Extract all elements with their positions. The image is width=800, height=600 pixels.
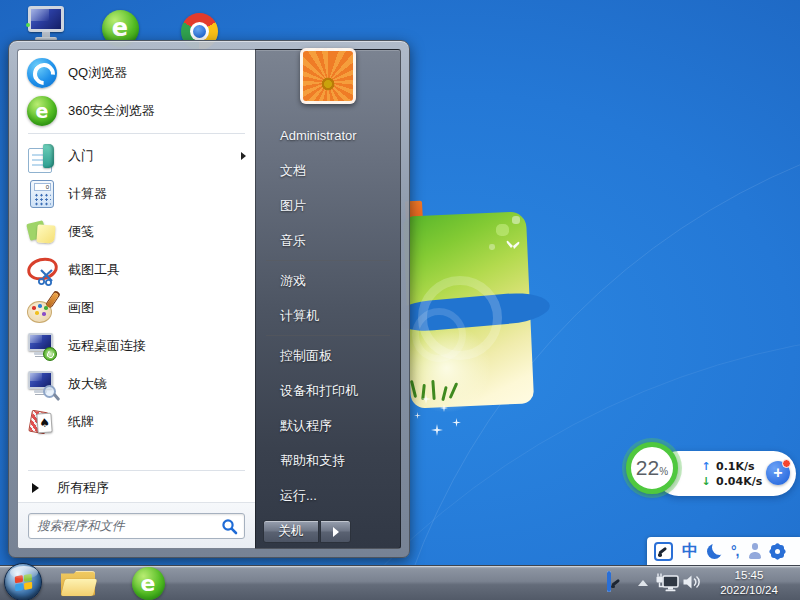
wallpaper-sparkle <box>452 418 461 427</box>
wallpaper-bokeh-dot <box>489 244 495 250</box>
show-hidden-icons-button[interactable] <box>638 580 648 586</box>
arrow-right-icon <box>333 527 339 537</box>
submenu-arrow-icon <box>241 152 246 160</box>
calculator-icon: 0 <box>26 178 58 210</box>
percent-sign: % <box>659 466 668 477</box>
start-menu-item-user[interactable]: Administrator <box>256 118 400 153</box>
ime-halfwidth-moon-icon[interactable] <box>707 544 722 559</box>
separator <box>28 133 245 134</box>
search-icon[interactable] <box>221 518 238 535</box>
qq-browser-icon <box>26 57 58 89</box>
paint-icon <box>26 292 58 324</box>
start-menu-item-documents[interactable]: 文档 <box>256 153 400 188</box>
start-menu-item-paint[interactable]: 画图 <box>18 289 255 327</box>
shutdown-options-arrow-button[interactable] <box>320 520 351 543</box>
taskbar-360-browser-button[interactable]: e <box>126 566 170 600</box>
volume-tray-icon[interactable] <box>682 573 702 591</box>
tray-ime-icon[interactable] <box>607 573 611 591</box>
shutdown-label: 关机 <box>279 523 304 540</box>
ime-logo-icon[interactable] <box>654 542 673 561</box>
ime-punctuation-button[interactable]: °, <box>731 544 739 558</box>
start-menu-item-control-panel[interactable]: 控制面板 <box>256 338 400 373</box>
360-browser-icon: e <box>132 567 165 600</box>
start-menu-item-sticky-notes[interactable]: 便笺 <box>18 213 255 251</box>
ime-language-bar: 中 °, <box>647 537 800 565</box>
upload-arrow-icon: ↑ <box>700 460 712 473</box>
user-name: Administrator <box>280 128 357 143</box>
notification-dot <box>782 459 791 468</box>
search-box <box>28 513 245 539</box>
start-menu-item-pictures[interactable]: 图片 <box>256 188 400 223</box>
start-menu-item-snipping-tool[interactable]: 截图工具 <box>18 251 255 289</box>
start-menu: QQ浏览器 e 360安全浏览器 入门 0 <box>8 40 410 558</box>
menu-item-label: 远程桌面连接 <box>68 337 146 355</box>
computer-icon <box>26 5 66 43</box>
wallpaper-bokeh-ring <box>412 308 466 362</box>
360-browser-icon: e <box>26 95 58 127</box>
taskbar-explorer-button[interactable] <box>56 566 100 600</box>
wallpaper-bokeh-dot <box>496 224 509 236</box>
menu-item-label: 音乐 <box>280 232 306 250</box>
start-menu-item-calculator[interactable]: 0 计算器 <box>18 175 255 213</box>
network-tray-icon[interactable] <box>655 572 680 594</box>
getting-started-icon <box>26 140 58 172</box>
menu-item-label: QQ浏览器 <box>68 64 127 82</box>
windows-logo-icon <box>14 573 32 591</box>
start-button[interactable] <box>4 563 42 600</box>
start-menu-item-solitaire[interactable]: ♠ 纸牌 <box>18 403 255 441</box>
net-speed-widget: ↑ 0.1K/s ↓ 0.04K/s 22 % + <box>626 442 796 504</box>
ime-chinese-mode-button[interactable]: 中 <box>682 543 698 559</box>
tray-time: 15:45 <box>703 568 795 583</box>
start-menu-item-default-programs[interactable]: 默认程序 <box>256 408 400 443</box>
expand-arrow-icon <box>32 483 39 493</box>
start-menu-item-games[interactable]: 游戏 <box>256 263 400 298</box>
memory-percent-value: 22 <box>636 455 659 481</box>
desktop[interactable]: e ↑ 0.1K/s ↓ 0.04K/s 22 % + <box>0 0 800 600</box>
separator <box>266 335 390 336</box>
separator <box>266 260 390 261</box>
search-area <box>18 502 255 548</box>
menu-item-label: 入门 <box>68 147 94 165</box>
start-menu-item-qq-browser[interactable]: QQ浏览器 <box>18 54 255 92</box>
menu-item-label: 画图 <box>68 299 94 317</box>
start-menu-item-help-support[interactable]: 帮助和支持 <box>256 443 400 478</box>
menu-item-label: 截图工具 <box>68 261 120 279</box>
taskbar: e 15:45 2022/10/24 <box>0 565 800 600</box>
start-menu-item-devices-printers[interactable]: 设备和打印机 <box>256 373 400 408</box>
menu-item-label: 图片 <box>280 197 306 215</box>
start-menu-left-panel: QQ浏览器 e 360安全浏览器 入门 0 <box>17 49 255 549</box>
remote-desktop-icon <box>26 330 58 362</box>
start-menu-item-music[interactable]: 音乐 <box>256 223 400 258</box>
menu-item-label: 便笺 <box>68 223 94 241</box>
snipping-tool-icon <box>26 254 58 286</box>
boost-button[interactable]: + <box>766 461 790 485</box>
start-menu-item-computer[interactable]: 计算机 <box>256 298 400 333</box>
solitaire-icon: ♠ <box>26 406 58 438</box>
search-input[interactable] <box>29 514 244 538</box>
start-menu-item-run[interactable]: 运行... <box>256 478 400 513</box>
menu-item-label: 文档 <box>280 162 306 180</box>
shutdown-button[interactable]: 关机 <box>263 520 319 543</box>
tray-clock[interactable]: 15:45 2022/10/24 <box>703 568 795 598</box>
ime-profile-icon[interactable] <box>748 543 762 559</box>
menu-item-label: 默认程序 <box>280 417 332 435</box>
user-avatar[interactable] <box>300 48 356 104</box>
memory-percent-ball[interactable]: 22 % <box>626 442 678 494</box>
separator <box>28 470 245 471</box>
start-menu-item-360-browser[interactable]: e 360安全浏览器 <box>18 92 255 130</box>
menu-item-label: 360安全浏览器 <box>68 102 155 120</box>
butterfly-icon <box>506 240 520 252</box>
start-menu-item-remote-desktop[interactable]: 远程桌面连接 <box>18 327 255 365</box>
ime-settings-gear-icon[interactable] <box>771 545 784 558</box>
menu-item-label: 运行... <box>280 487 317 505</box>
all-programs-button[interactable]: 所有程序 <box>18 474 255 502</box>
magnifier-icon <box>26 368 58 400</box>
menu-item-label: 帮助和支持 <box>280 452 345 470</box>
start-menu-item-getting-started[interactable]: 入门 <box>18 137 255 175</box>
wallpaper-bokeh-dot <box>512 216 520 224</box>
download-speed-value: 0.04K/s <box>716 475 768 488</box>
download-arrow-icon: ↓ <box>700 475 712 488</box>
start-menu-item-magnifier[interactable]: 放大镜 <box>18 365 255 403</box>
tray-date: 2022/10/24 <box>703 583 795 598</box>
start-menu-right-panel: Administrator 文档 图片 音乐 游戏 计算机 <box>255 49 401 549</box>
